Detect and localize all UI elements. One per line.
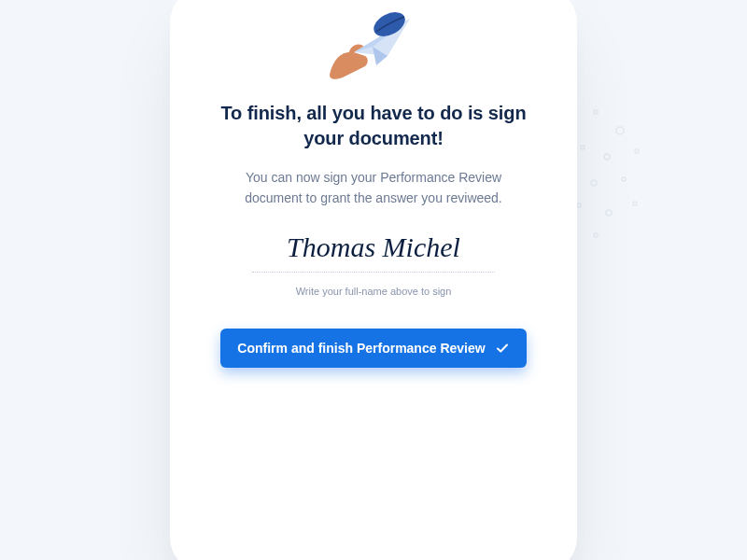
signature-input[interactable] xyxy=(252,231,495,270)
svg-point-11 xyxy=(633,202,637,205)
signature-block: Write your full-name above to sign xyxy=(252,231,495,297)
phone-frame: To finish, all you have to do is sign yo… xyxy=(183,0,564,560)
page-title: To finish, all you have to do is sign yo… xyxy=(217,101,530,151)
check-icon xyxy=(495,341,510,356)
svg-point-5 xyxy=(635,149,639,153)
svg-point-9 xyxy=(577,203,581,207)
signature-hint: Write your full-name above to sign xyxy=(252,286,495,297)
svg-point-4 xyxy=(604,154,610,160)
confirm-finish-button[interactable]: Confirm and finish Performance Review xyxy=(220,329,526,368)
svg-point-8 xyxy=(622,177,626,181)
decorative-dots xyxy=(551,103,663,252)
svg-point-6 xyxy=(566,174,570,177)
page-subtitle: You can now sign your Performance Review… xyxy=(229,168,518,208)
svg-point-12 xyxy=(594,233,598,237)
svg-point-2 xyxy=(616,127,624,134)
signature-dotted-line xyxy=(252,272,495,273)
confirm-label: Confirm and finish Performance Review xyxy=(237,341,485,356)
svg-point-3 xyxy=(581,146,585,149)
svg-point-7 xyxy=(591,180,597,186)
svg-point-1 xyxy=(594,110,598,114)
sign-document-screen: To finish, all you have to do is sign yo… xyxy=(183,0,564,560)
svg-point-10 xyxy=(606,210,612,216)
paper-plane-illustration xyxy=(317,0,430,84)
svg-point-0 xyxy=(567,122,572,128)
